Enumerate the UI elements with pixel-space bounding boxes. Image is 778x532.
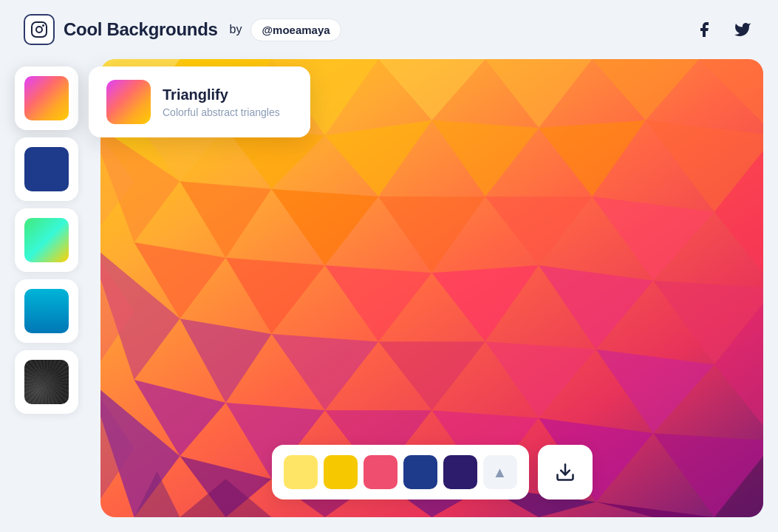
palette-colors: ▲ (272, 445, 529, 499)
header-right (692, 18, 754, 41)
by-label: by (230, 23, 242, 36)
color-swatch-2[interactable] (364, 455, 397, 489)
tooltip-subtitle: Colorful abstract triangles (163, 106, 280, 118)
trianglify-thumb (24, 76, 69, 120)
svg-rect-0 (32, 22, 47, 37)
svg-point-2 (42, 24, 44, 27)
sidebar-item-dark-blue[interactable] (15, 137, 78, 201)
tooltip-title: Trianglify (163, 86, 280, 103)
main-content: Trianglify Colorful abstract triangles (0, 59, 778, 532)
header: Cool Backgrounds by @moeamaya (0, 0, 778, 59)
sidebar-item-swirl[interactable] (15, 350, 78, 414)
svg-point-1 (36, 27, 42, 33)
sidebar: Trianglify Colorful abstract triangles (15, 59, 93, 517)
cyan-thumb (24, 289, 69, 333)
color-swatch-4[interactable] (443, 455, 477, 489)
palette-bar: ▲ (272, 445, 593, 499)
sidebar-item-trianglify[interactable] (15, 66, 78, 130)
facebook-icon[interactable] (692, 18, 716, 41)
tooltip-thumb (106, 80, 151, 124)
header-left: Cool Backgrounds by @moeamaya (24, 14, 341, 45)
author-link[interactable]: @moeamaya (250, 18, 341, 41)
app-logo (24, 14, 55, 45)
colorful-thumb (24, 218, 69, 262)
tooltip-text: Trianglify Colorful abstract triangles (163, 86, 280, 118)
sidebar-item-colorful[interactable] (15, 208, 78, 272)
swirl-thumb (24, 360, 69, 404)
color-swatch-3[interactable] (403, 455, 437, 489)
app-title: Cool Backgrounds (64, 19, 218, 40)
shuffle-button[interactable]: ▲ (483, 455, 517, 489)
sidebar-item-cyan[interactable] (15, 279, 78, 343)
download-button[interactable] (538, 445, 593, 499)
twitter-icon[interactable] (731, 18, 754, 41)
tooltip-card: Trianglify Colorful abstract triangles (89, 66, 310, 137)
color-swatch-1[interactable] (324, 455, 358, 489)
dark-blue-thumb (24, 147, 69, 191)
color-swatch-0[interactable] (284, 455, 318, 489)
